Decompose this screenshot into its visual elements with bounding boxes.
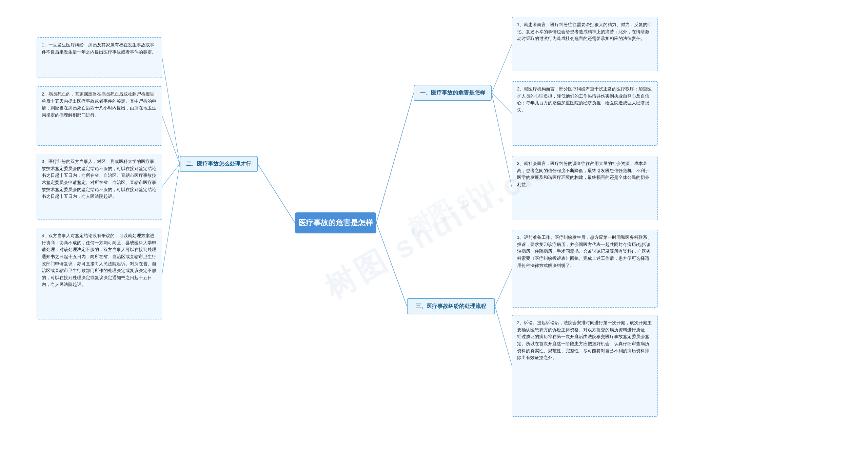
leaf-rt1: 1、就患者而言，医疗纠纷往往需要牵扯很大的精力、财力；反复的回忆、复述不幸的事情… [512,17,658,71]
leaf-rt1-text: 1、就患者而言，医疗纠纷往往需要牵扯很大的精力、财力；反复的回忆、复述不幸的事情… [517,22,652,41]
svg-line-9 [162,164,180,274]
leaf-ll1: 1、一旦发生医疗纠纷，病员及其家属有权在发生事故或事件不良后果发生后一年之内提出… [37,37,162,78]
svg-line-10 [495,269,512,306]
leaf-ll3: 3、医疗纠纷的双方当事人，对区、县或医科大学的医疗事故技术鉴定委员会的鉴定结论不… [37,154,162,220]
svg-line-5 [492,93,512,188]
leaf-rt2-text: 2、就医疗机构而言，部分医疗纠纷严重干扰正常的医疗秩序；加重医护人员的心理负担，… [517,87,652,112]
svg-line-8 [162,164,180,187]
svg-line-3 [492,44,512,93]
svg-line-11 [495,306,512,366]
svg-line-7 [162,116,180,164]
svg-line-0 [376,93,414,223]
svg-line-2 [376,223,407,306]
branch-node-2: 二、医疗事故怎么处理才行 [180,156,258,172]
leaf-ll1-text: 1、一旦发生医疗纠纷，病员及其家属有权在发生事故或事件不良后果发生后一年之内提出… [42,43,156,55]
branch-node-1: 一、医疗事故的危害是怎样 [414,85,492,101]
leaf-rt3: 3、就社会而言，医疗纠纷的调查往往占用大量的社会资源，成本甚高；患者之间的信任程… [512,156,658,220]
leaf-ll3-text: 3、医疗纠纷的双方当事人，对区、县或医科大学的医疗事故技术鉴定委员会的鉴定结论不… [42,159,156,199]
svg-line-1 [258,164,295,223]
canvas: 树图 shuitu.cn 树图 shu 医疗事故的危害是怎样 一、医疗事故的危害… [0,0,868,459]
svg-line-4 [492,93,512,113]
watermark2: 树图 shu [402,169,501,244]
leaf-rb2: 2、诉讼。提起诉讼后，法院会安排时间进行第一次开庭，该次开庭主要确认医患双方的诉… [512,315,658,417]
svg-line-6 [162,58,180,164]
leaf-rb1-text: 1、诉前准备工作。医疗纠纷发生后，患方应第一时间和医务科联系、投诉，要求复印诊疗… [517,235,652,268]
leaf-ll4: 4、双方当事人对鉴定结论没有争议的，可以就处理方案进行协商；协商不成的，任何一方… [37,228,162,319]
leaf-ll2: 2、病员死亡的，其家属应当在病员死亡后或收到尸检报告单后十五天内提出医疗事故或者… [37,86,162,146]
leaf-ll2-text: 2、病员死亡的，其家属应当在病员死亡后或收到尸检报告单后十五天内提出医疗事故或者… [42,92,156,118]
leaf-rt2: 2、就医疗机构而言，部分医疗纠纷严重干扰正常的医疗秩序；加重医护人员的心理负担，… [512,81,658,146]
leaf-rb2-text: 2、诉讼。提起诉讼后，法院会安排时间进行第一次开庭，该次开庭主要确认医患双方的诉… [517,320,652,360]
leaf-ll4-text: 4、双方当事人对鉴定结论没有争议的，可以就处理方案进行协商；协商不成的，任何一方… [42,233,156,287]
leaf-rt3-text: 3、就社会而言，医疗纠纷的调查往往占用大量的社会资源，成本甚高；患者之间的信任程… [517,161,649,187]
leaf-rb1: 1、诉前准备工作。医疗纠纷发生后，患方应第一时间和医务科联系、投诉，要求复印诊疗… [512,230,658,308]
center-node: 医疗事故的危害是怎样 [295,212,376,233]
branch-node-3: 三、医疗事故纠纷的处理流程 [407,298,495,314]
